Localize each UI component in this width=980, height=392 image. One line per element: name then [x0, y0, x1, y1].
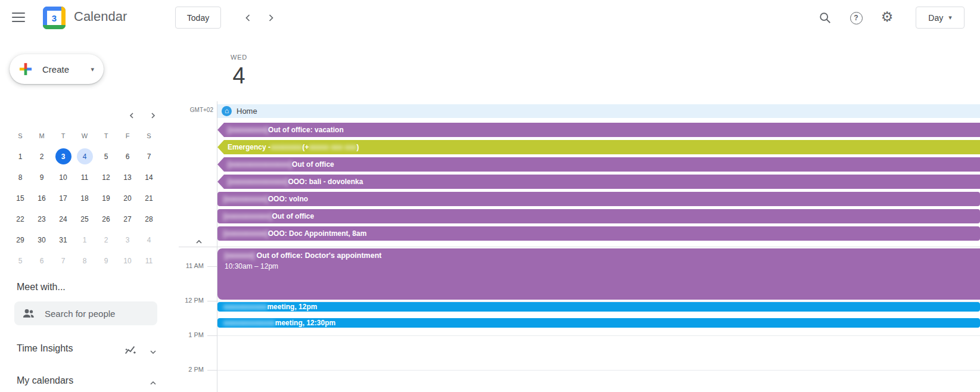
my-calendars-heading: My calendars [17, 375, 73, 386]
minical-day[interactable]: 9 [34, 169, 50, 185]
redacted-text: xxxxxxxxxxxxx [223, 319, 275, 327]
collapse-allday-button[interactable] [191, 234, 207, 250]
day-header-number[interactable]: 4 [217, 63, 260, 89]
event-text: OOO: Doc Appointment, 8am [268, 229, 367, 238]
minical-day[interactable]: 2 [98, 232, 114, 248]
minical-day[interactable]: 5 [13, 253, 29, 269]
working-location-label: Home [237, 107, 257, 116]
time-insights-heading: Time Insights [17, 343, 73, 354]
hour-label: 12 PM [168, 297, 204, 304]
minical-day[interactable]: 8 [77, 253, 93, 269]
minical-day[interactable]: 16 [34, 190, 50, 206]
allday-event[interactable]: [xxxxxxxxxxxxxxx] Out of office [217, 157, 980, 172]
help-icon[interactable]: ? [848, 10, 864, 26]
redacted-text: [xxxxxxxxxx] [223, 195, 268, 203]
minical-day[interactable]: 23 [34, 211, 50, 227]
allday-event[interactable]: Emergency - xxxxxxxx (+xxxxx xxx xxx) [217, 140, 980, 154]
time-insights-expand-button[interactable] [145, 344, 161, 360]
minical-day[interactable]: 10 [55, 169, 71, 185]
logo-day-number: 3 [47, 11, 61, 25]
calendar-logo-icon[interactable]: 3 [43, 7, 66, 29]
minical-day[interactable]: 21 [141, 190, 157, 206]
minical-day[interactable]: 17 [55, 190, 71, 206]
minical-day[interactable]: 27 [120, 211, 136, 227]
minical-day[interactable]: 13 [120, 169, 136, 185]
create-button-label: Create [42, 64, 82, 74]
minical-day[interactable]: 18 [77, 190, 93, 206]
event-title: [xxxxxx] Out of office: Doctor's appoint… [225, 251, 973, 260]
minical-day[interactable]: 7 [141, 148, 157, 164]
event-text: (+ [302, 143, 309, 151]
minical-weekday-header: T [104, 132, 108, 139]
minical-day[interactable]: 24 [55, 211, 71, 227]
meeting-event[interactable]: xxxxxxxxxxxxx meeting, 12:30pm [217, 318, 980, 328]
minical-day[interactable]: 5 [98, 148, 114, 164]
previous-day-button[interactable] [240, 10, 256, 26]
chevron-left-icon [242, 12, 254, 24]
event-text: Out of office [292, 160, 334, 169]
minical-day[interactable]: 25 [77, 211, 93, 227]
search-for-people-input[interactable]: Search for people [14, 301, 157, 325]
minical-day[interactable]: 11 [77, 169, 93, 185]
minical-day[interactable]: 4 [77, 148, 93, 164]
hour-tick [207, 335, 217, 336]
minical-day[interactable]: 26 [98, 211, 114, 227]
minical-day[interactable]: 6 [120, 148, 136, 164]
minical-day[interactable]: 19 [98, 190, 114, 206]
chevron-down-icon [148, 347, 158, 357]
meet-with-heading: Meet with... [17, 282, 66, 293]
minical-weekday-header: S [147, 132, 151, 139]
minical-day[interactable]: 3 [120, 232, 136, 248]
allday-event[interactable]: [xxxxxxxxxx] OOO: Doc Appointment, 8am [217, 226, 980, 241]
event-text: ) [357, 143, 359, 151]
search-icon[interactable] [817, 10, 833, 26]
minical-day[interactable]: 15 [13, 190, 29, 206]
minical-day[interactable]: 12 [98, 169, 114, 185]
minical-day[interactable]: 29 [13, 232, 29, 248]
minical-day[interactable]: 11 [141, 253, 157, 269]
allday-event[interactable]: [xxxxxxxxxxxxxx] OOO: bali - dovolenka [217, 175, 980, 189]
main-menu-icon[interactable] [12, 13, 25, 22]
minical-day[interactable]: 10 [120, 253, 136, 269]
today-button[interactable]: Today [175, 7, 221, 29]
my-calendars-collapse-button[interactable] [145, 375, 161, 391]
minical-day[interactable]: 14 [141, 169, 157, 185]
settings-gear-icon[interactable]: ⚙ [879, 9, 895, 24]
hour-gridline [217, 335, 980, 336]
minical-previous-month-button[interactable] [124, 108, 139, 123]
create-button[interactable]: Create ▾ [10, 54, 104, 84]
redacted-text: xxxxxxxx [270, 143, 302, 151]
minical-day[interactable]: 28 [141, 211, 157, 227]
minical-day[interactable]: 30 [34, 232, 50, 248]
minical-day[interactable]: 1 [77, 232, 93, 248]
timed-event-out-of-office[interactable]: [xxxxxx] Out of office: Doctor's appoint… [217, 248, 980, 300]
event-text: OOO: bali - dovolenka [288, 178, 363, 186]
minical-day[interactable]: 31 [55, 232, 71, 248]
minical-day[interactable]: 9 [98, 253, 114, 269]
minical-day[interactable]: 3 [55, 148, 71, 164]
allday-event[interactable]: [xxxxxxxxxxx] Out of office [217, 209, 980, 223]
minical-day[interactable]: 20 [120, 190, 136, 206]
working-location-row[interactable]: ⌂ Home [217, 104, 980, 118]
app-title: Calendar [74, 9, 127, 24]
minical-next-month-button[interactable] [145, 108, 161, 123]
redacted-text: [xxxxxxxxxx] [223, 229, 268, 238]
allday-event[interactable]: [xxxxxxxxxx] OOO: volno [217, 192, 980, 206]
minical-day[interactable]: 7 [55, 253, 71, 269]
minical-day[interactable]: 2 [34, 148, 50, 164]
minical-day[interactable]: 8 [13, 169, 29, 185]
hour-label: 2 PM [168, 366, 204, 373]
minical-day[interactable]: 4 [141, 232, 157, 248]
minical-day[interactable]: 1 [13, 148, 29, 164]
google-plus-icon [17, 61, 34, 77]
view-selector-dropdown[interactable]: Day ▾ [916, 7, 965, 29]
redacted-text: [xxxxxx] [225, 251, 254, 260]
minical-day[interactable]: 6 [34, 253, 50, 269]
chevron-right-icon [265, 12, 277, 24]
hour-label: 11 AM [168, 262, 204, 269]
minical-weekday-header: M [39, 132, 44, 139]
meeting-event[interactable]: xxxxxxxxxxx meeting, 12pm [217, 302, 980, 312]
allday-event[interactable]: [xxxxxxxxx] Out of office: vacation [217, 123, 980, 137]
minical-day[interactable]: 22 [13, 211, 29, 227]
next-day-button[interactable] [263, 10, 279, 26]
